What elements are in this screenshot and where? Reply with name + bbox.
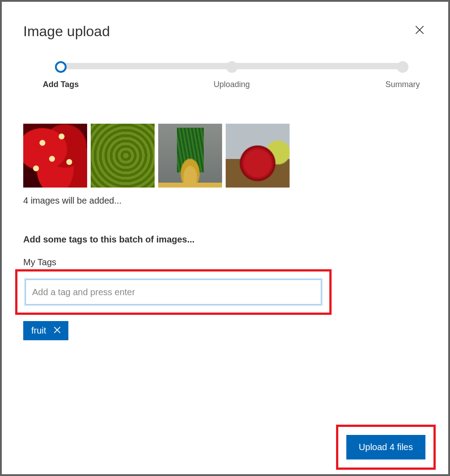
tag-chip-label: fruit xyxy=(31,326,46,336)
close-icon xyxy=(53,326,62,336)
upload-button-highlight: Upload 4 files xyxy=(336,425,436,470)
image-upload-modal: Image upload Add Tags Uploading Summary xyxy=(2,2,448,474)
progress-stepper: Add Tags Uploading Summary xyxy=(50,61,413,92)
image-thumbnail[interactable] xyxy=(226,124,290,188)
step-add-tags: Add Tags xyxy=(29,61,92,89)
upload-files-button[interactable]: Upload 4 files xyxy=(346,435,425,459)
step-label: Summary xyxy=(371,80,434,89)
step-dot-active xyxy=(55,61,67,73)
tag-input-highlight xyxy=(15,269,332,315)
step-uploading: Uploading xyxy=(201,61,263,89)
images-added-status: 4 images will be added... xyxy=(23,196,427,206)
tags-section-heading: Add some tags to this batch of images... xyxy=(23,234,427,245)
image-thumbnail[interactable] xyxy=(158,124,222,188)
my-tags-label: My Tags xyxy=(23,257,427,267)
image-thumbnail[interactable] xyxy=(91,124,155,188)
step-dot xyxy=(226,61,238,73)
remove-tag-button[interactable] xyxy=(52,326,62,336)
thumbnail-row xyxy=(23,124,427,188)
close-button[interactable] xyxy=(412,23,427,38)
tag-chip: fruit xyxy=(23,321,68,340)
close-icon xyxy=(414,24,425,37)
tag-input[interactable] xyxy=(25,280,321,305)
step-label: Add Tags xyxy=(29,80,92,89)
step-summary: Summary xyxy=(371,61,434,89)
modal-title: Image upload xyxy=(23,23,427,40)
step-dot xyxy=(397,61,408,73)
image-thumbnail[interactable] xyxy=(23,124,87,188)
step-label: Uploading xyxy=(201,80,263,89)
